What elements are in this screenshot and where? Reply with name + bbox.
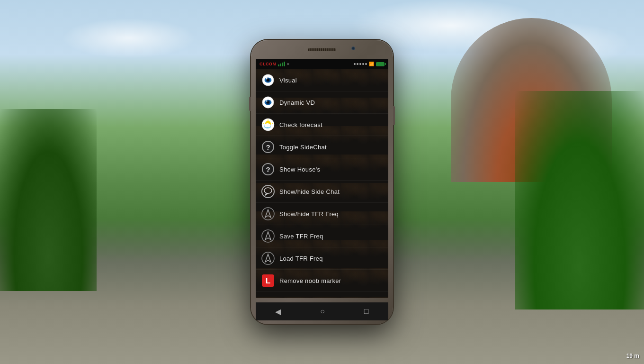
bottom-nav: ◀ ○ □ (256, 302, 388, 320)
status-left: CLCOM ✕ (259, 62, 290, 66)
trees-left (0, 109, 97, 291)
menu-item-show-hide-tfr-freq[interactable]: Show/hide TFR Freq (256, 203, 388, 225)
visual-icon (261, 73, 275, 87)
svg-point-20 (265, 124, 268, 127)
show-hide-side-chat-label: Show/hide Side Chat (279, 188, 340, 195)
menu-item-load-tfr-freq[interactable]: Load TFR Freq (256, 247, 388, 270)
visual-label: Visual (279, 77, 297, 84)
save-tfr-freq-label: Save TFR Freq (279, 233, 323, 240)
menu-content: Visual Dynamic VD (256, 69, 388, 292)
svg-point-23 (264, 188, 272, 193)
show-hide-tfr-freq-icon (261, 207, 275, 220)
camera (351, 46, 355, 50)
menu-item-remove-noob-marker[interactable]: LRemove noob marker (256, 270, 388, 292)
power-button[interactable] (393, 106, 395, 125)
svg-marker-26 (265, 209, 271, 218)
menu-item-save-tfr-freq[interactable]: Save TFR Freq (256, 225, 388, 247)
remove-noob-marker-label: Remove noob marker (279, 277, 341, 284)
distance-marker: 19 m (626, 353, 639, 359)
back-button[interactable]: ◀ (273, 305, 283, 318)
signal-bar-4 (284, 62, 285, 66)
battery-icon (376, 62, 385, 66)
recent-apps-button[interactable]: □ (362, 305, 371, 318)
save-tfr-freq-icon (261, 229, 275, 243)
svg-marker-30 (265, 254, 271, 262)
phone-screen: CLCOM ✕ (256, 59, 388, 298)
volume-button[interactable] (249, 97, 251, 111)
status-right: 📶 (354, 62, 385, 66)
home-button[interactable]: ○ (318, 305, 327, 318)
dot-4 (362, 63, 364, 65)
dot-2 (357, 63, 358, 65)
carrier-text: CLCOM (259, 62, 277, 66)
svg-point-4 (266, 78, 268, 80)
dynamic-vd-label: Dynamic VD (279, 99, 315, 106)
signal-bar-1 (278, 64, 279, 66)
phone: CLCOM ✕ (251, 40, 393, 324)
mute-icon: ✕ (286, 62, 290, 66)
svg-marker-28 (265, 232, 271, 240)
menu-item-show-houses[interactable]: ?Show House's (256, 158, 388, 181)
phone-outer: CLCOM ✕ (251, 40, 393, 324)
load-tfr-freq-icon (261, 252, 275, 265)
check-forecast-label: Check forecast (279, 121, 322, 128)
dot-1 (354, 63, 356, 65)
dot-3 (359, 63, 361, 65)
remove-noob-marker-icon: L (261, 274, 275, 287)
svg-point-9 (266, 100, 268, 102)
status-bar: CLCOM ✕ (256, 59, 388, 69)
svg-point-22 (262, 185, 274, 198)
svg-point-21 (268, 124, 271, 127)
speaker-grille (308, 48, 336, 51)
signal-bar-3 (282, 63, 283, 66)
menu-item-show-hide-side-chat[interactable]: Show/hide Side Chat (256, 181, 388, 203)
show-hide-tfr-freq-label: Show/hide TFR Freq (279, 210, 339, 218)
dot-5 (365, 63, 367, 65)
menu-item-dynamic-vd[interactable]: Dynamic VD (256, 91, 388, 114)
show-houses-label: Show House's (279, 166, 320, 173)
check-forecast-icon (261, 118, 275, 131)
toggle-sidechat-icon: ? (261, 140, 275, 154)
dynamic-vd-icon (261, 96, 275, 109)
menu-item-check-forecast[interactable]: Check forecast (256, 114, 388, 136)
menu-item-toggle-sidechat[interactable]: ?Toggle SideChat (256, 136, 388, 158)
menu-item-visual[interactable]: Visual (256, 69, 388, 91)
signal-bar-2 (280, 64, 281, 66)
svg-marker-24 (265, 193, 268, 195)
show-houses-icon: ? (261, 163, 275, 176)
menu-area: Visual Dynamic VD (256, 69, 388, 298)
trees-right (515, 91, 644, 309)
signal-bars (278, 62, 285, 66)
load-tfr-freq-label: Load TFR Freq (279, 255, 323, 262)
wifi-icon: 📶 (369, 62, 374, 66)
show-hide-side-chat-icon (261, 185, 275, 198)
toggle-sidechat-label: Toggle SideChat (279, 144, 327, 151)
signal-dots (354, 63, 367, 65)
